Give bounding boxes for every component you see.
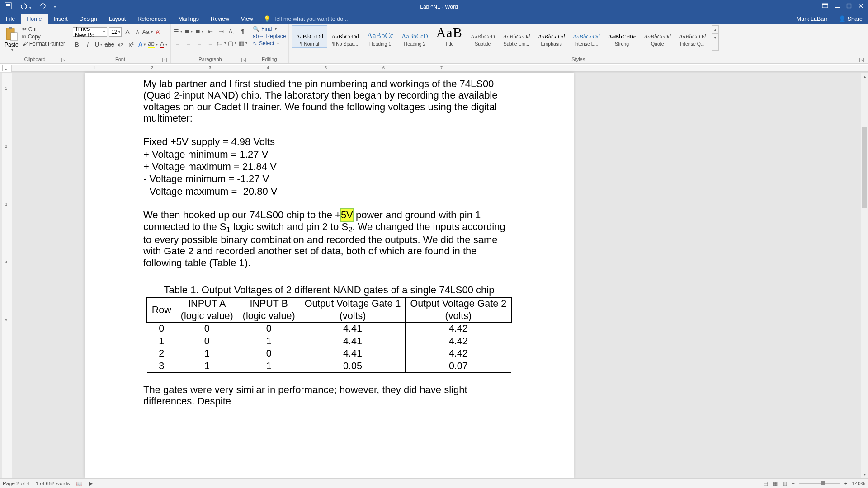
font-dialog-launcher[interactable]: ↘ — [162, 58, 167, 62]
table-cell[interactable]: 0 — [176, 335, 238, 347]
paragraph-3[interactable]: The gates were very similar in performan… — [143, 384, 515, 407]
align-center-icon[interactable]: ≡ — [184, 39, 193, 47]
tab-mailings[interactable]: Mailings — [172, 14, 205, 24]
paste-button[interactable]: Paste ▾ — [3, 25, 20, 53]
font-size-combo[interactable]: 12▾ — [109, 27, 122, 37]
table-cell[interactable]: 1 — [238, 335, 300, 347]
show-marks-icon[interactable]: ¶ — [239, 27, 247, 35]
styles-dialog-launcher[interactable]: ↘ — [859, 58, 864, 62]
clear-formatting-icon[interactable]: A̷ — [153, 28, 161, 36]
strikethrough-icon[interactable]: abc — [105, 40, 113, 48]
zoom-level[interactable]: 140% — [852, 481, 865, 486]
print-layout-icon[interactable]: ▦ — [773, 480, 778, 487]
redo-icon[interactable] — [39, 3, 46, 10]
read-mode-icon[interactable]: ▤ — [763, 480, 768, 487]
tell-me-search[interactable]: 💡Tell me what you want to do... — [259, 13, 353, 24]
highlighted-text[interactable]: 5V — [341, 209, 353, 221]
table-cell[interactable]: 4.41 — [300, 322, 406, 335]
select-button[interactable]: ↖Select▾ — [253, 40, 286, 47]
table-cell[interactable]: 4.42 — [406, 335, 511, 347]
table-cell[interactable]: 4.42 — [406, 347, 511, 360]
macro-icon[interactable]: ▶ — [89, 480, 93, 487]
superscript-icon[interactable]: x² — [127, 40, 135, 48]
table-cell[interactable]: 0 — [147, 322, 176, 335]
web-layout-icon[interactable]: ▥ — [782, 480, 787, 487]
italic-icon[interactable]: I — [84, 40, 92, 48]
borders-icon[interactable]: ▦▾ — [239, 39, 247, 47]
table-cell[interactable]: 4.41 — [300, 347, 406, 360]
zoom-in-icon[interactable]: + — [844, 481, 848, 486]
increase-indent-icon[interactable]: ⇥ — [217, 27, 225, 35]
zoom-out-icon[interactable]: − — [792, 481, 795, 486]
table-cell[interactable]: 0 — [176, 322, 238, 335]
highlight-icon[interactable]: ab▾ — [149, 40, 157, 48]
justify-icon[interactable]: ≡ — [206, 39, 214, 47]
zoom-slider[interactable] — [799, 483, 840, 484]
multilevel-list-icon[interactable]: ≣▾ — [195, 27, 203, 35]
line-fixed-5v[interactable]: Fixed +5V supply = 4.98 Volts — [143, 136, 515, 147]
cut-button[interactable]: ✂Cut — [22, 26, 65, 33]
status-page[interactable]: Page 2 of 4 — [3, 481, 29, 486]
vertical-ruler[interactable]: 12345 — [2, 73, 12, 478]
vertical-scrollbar[interactable]: ▴ ▾ — [861, 73, 868, 478]
maximize-icon[interactable] — [846, 3, 852, 10]
table-cell[interactable]: 0 — [238, 347, 300, 360]
undo-icon[interactable]: ▾ — [20, 3, 31, 10]
bold-icon[interactable]: B — [73, 40, 81, 48]
line-spacing-icon[interactable]: ↕≡▾ — [217, 39, 225, 47]
page[interactable]: My lab partner and I first studied the p… — [85, 73, 574, 478]
text-effects-icon[interactable]: A▾ — [138, 40, 146, 48]
font-color-icon[interactable]: A▾ — [160, 40, 168, 48]
shrink-font-icon[interactable]: A — [133, 28, 142, 36]
autosave-icon[interactable] — [5, 2, 12, 11]
table-cell[interactable]: 0 — [238, 322, 300, 335]
tab-file[interactable]: File — [0, 14, 21, 24]
tab-review[interactable]: Review — [205, 14, 235, 24]
find-button[interactable]: 🔍Find▾ — [253, 25, 286, 33]
table-cell[interactable]: 2 — [147, 347, 176, 360]
style-intense-e-[interactable]: AaBbCcDdIntense E... — [569, 25, 604, 48]
share-button[interactable]: 👤Share — [833, 13, 868, 24]
clipboard-dialog-launcher[interactable]: ↘ — [61, 58, 66, 62]
tab-view[interactable]: View — [235, 14, 259, 24]
align-right-icon[interactable]: ≡ — [195, 39, 203, 47]
close-icon[interactable] — [858, 3, 863, 10]
paragraph-1[interactable]: My lab partner and I first studied the p… — [143, 78, 515, 124]
replace-button[interactable]: ab↔Replace — [253, 33, 286, 40]
subscript-icon[interactable]: x2 — [116, 40, 124, 48]
table-row[interactable]: 1014.414.42 — [147, 335, 511, 347]
table-cell[interactable]: 1 — [147, 335, 176, 347]
change-case-icon[interactable]: Aa▾ — [143, 28, 151, 36]
line-vmin-plus[interactable]: + Voltage minimum = 1.27 V — [143, 149, 515, 160]
style-gallery-scroll[interactable]: ▴▾⌄ — [712, 25, 719, 51]
decrease-indent-icon[interactable]: ⇤ — [206, 27, 214, 35]
line-vmax-plus[interactable]: + Voltage maximum = 21.84 V — [143, 161, 515, 172]
style-heading-1[interactable]: AaBbCcHeading 1 — [363, 25, 398, 48]
grow-font-icon[interactable]: A — [123, 28, 132, 36]
tab-selector[interactable]: L — [2, 65, 9, 71]
style--no-spac-[interactable]: AaBbCcDd¶ No Spac... — [327, 25, 363, 48]
style-heading-2[interactable]: AaBbCcDHeading 2 — [397, 25, 432, 48]
table-cell[interactable]: 1 — [176, 360, 238, 373]
style-quote[interactable]: AaBbCcDdQuote — [640, 25, 675, 48]
minimize-icon[interactable] — [835, 3, 840, 10]
table-cell[interactable]: 1 — [176, 347, 238, 360]
table-cell[interactable]: 0.07 — [406, 360, 511, 373]
style-subtitle[interactable]: AaBbCcDSubtitle — [467, 25, 499, 48]
line-vmax-minus[interactable]: - Voltage maximum = -20.80 V — [143, 186, 515, 197]
tab-home[interactable]: Home — [21, 14, 47, 24]
style-emphasis[interactable]: AaBbCcDdEmphasis — [534, 25, 569, 48]
horizontal-ruler[interactable]: 1234567 — [11, 65, 868, 72]
style-title[interactable]: AaBTitle — [432, 25, 467, 48]
table-cell[interactable]: 4.41 — [300, 335, 406, 347]
ribbon-display-icon[interactable] — [822, 3, 828, 10]
numbering-icon[interactable]: ≣▾ — [184, 27, 193, 35]
table-row[interactable]: 2104.414.42 — [147, 347, 511, 360]
table-title[interactable]: Table 1. Output Voltages of 2 different … — [143, 284, 515, 296]
bullets-icon[interactable]: ☰▾ — [174, 27, 182, 35]
user-name[interactable]: Mark LaBarr — [791, 14, 833, 24]
table-row[interactable]: 0004.414.42 — [147, 322, 511, 335]
copy-button[interactable]: ⧉Copy — [22, 33, 65, 40]
table-row[interactable]: 3110.050.07 — [147, 360, 511, 373]
table-cell[interactable]: 3 — [147, 360, 176, 373]
